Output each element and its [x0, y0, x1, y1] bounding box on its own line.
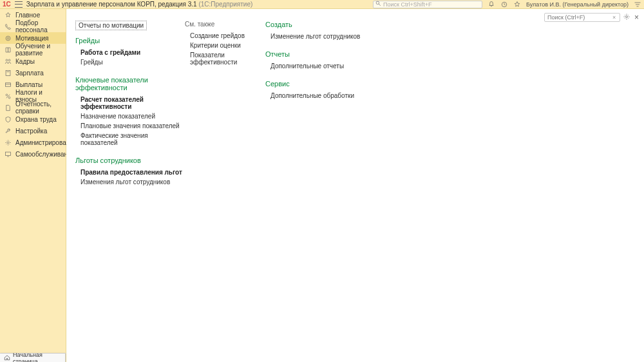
filter-icon[interactable]: [634, 1, 641, 8]
sidebar-item-settings[interactable]: Настройка: [0, 125, 66, 137]
link-create-grades[interactable]: Создание грейдов: [185, 31, 265, 41]
link-kpi-assign[interactable]: Назначение показателей: [75, 111, 185, 121]
section-benefits: Льготы сотрудников: [75, 157, 185, 164]
sidebar-item-label: Мотивация: [15, 35, 48, 42]
sidebar-item-salary[interactable]: Зарплата: [0, 67, 66, 79]
link-work-grades[interactable]: Работа с грейдами: [75, 48, 185, 57]
wrench-icon: [4, 127, 12, 135]
percent-icon: [4, 92, 12, 100]
content-search-input[interactable]: [544, 13, 620, 22]
svg-point-0: [376, 1, 379, 5]
menu-icon[interactable]: [15, 1, 23, 8]
sidebar-item-selfservice[interactable]: Самообслуживание: [0, 148, 66, 160]
content-area: × × Отчеты по мотивации Грейды Работа с …: [66, 9, 644, 353]
history-icon[interactable]: [500, 1, 508, 8]
svg-point-6: [8, 59, 10, 61]
link-benefit-rules[interactable]: Правила предоставления льгот: [75, 167, 185, 177]
app-logo: 1С: [3, 1, 11, 8]
svg-point-4: [7, 37, 9, 39]
sidebar-item-label: Охрана труда: [15, 116, 57, 123]
link-criteria[interactable]: Критерии оценки: [185, 41, 265, 50]
link-kpi-calc[interactable]: Расчет показателей эффективности: [75, 95, 185, 111]
phone-icon: [4, 23, 12, 30]
document-icon: [4, 104, 12, 111]
sidebar-item-label: Отчетность, справки: [15, 100, 62, 115]
link-create-benefit-change[interactable]: Изменение льгот сотрудников: [265, 32, 381, 41]
gear-icon[interactable]: [623, 13, 630, 22]
sidebar-item-hr[interactable]: Кадры: [0, 55, 66, 67]
sidebar-item-label: Обучение и развитие: [15, 43, 62, 57]
shield-icon: [4, 115, 12, 123]
svg-line-1: [379, 4, 381, 6]
section-reports: Отчеты: [265, 50, 381, 58]
svg-rect-9: [5, 82, 10, 86]
sidebar-item-label: Настройка: [15, 128, 47, 135]
titlebar: 1С Зарплата и управление персоналом КОРП…: [0, 0, 644, 9]
target-icon: [4, 34, 12, 42]
section-seealso: См. также: [185, 21, 265, 28]
close-icon[interactable]: ×: [634, 13, 639, 22]
home-tab[interactable]: Начальная страница: [0, 354, 66, 362]
bell-icon[interactable]: [488, 1, 495, 8]
clear-icon[interactable]: ×: [612, 14, 616, 21]
svg-point-11: [6, 94, 8, 96]
footer: Начальная страница: [0, 353, 66, 362]
sidebar: Главное Подбор персонала Мотивация Обуче…: [0, 9, 66, 353]
sidebar-item-label: Главное: [15, 12, 40, 19]
sidebar-item-label: Выплаты: [15, 81, 43, 88]
card-icon: [4, 81, 12, 88]
sidebar-item-label: Подбор персонала: [15, 19, 62, 33]
link-kpi-fact[interactable]: Фактические значения показателей: [75, 131, 185, 148]
sidebar-item-reports[interactable]: Отчетность, справки: [0, 102, 66, 113]
section-service: Сервис: [265, 80, 381, 88]
gear-icon: [4, 138, 12, 146]
home-icon: [4, 354, 10, 362]
search-icon: [375, 1, 381, 8]
svg-point-12: [8, 97, 10, 99]
global-search-input[interactable]: Поиск Ctrl+Shift+F: [373, 1, 482, 8]
sidebar-item-label: Зарплата: [15, 70, 44, 77]
app-title: Зарплата и управление персоналом КОРП, р…: [26, 1, 252, 8]
sidebar-item-training[interactable]: Обучение и развитие: [0, 44, 66, 55]
user-label[interactable]: Булатов И.В. (Генеральный директор): [526, 1, 629, 8]
link-extra-reports[interactable]: Дополнительные отчеты: [265, 61, 381, 71]
section-create: Создать: [265, 21, 381, 28]
star-icon: [4, 11, 12, 19]
link-benefit-changes[interactable]: Изменения льгот сотрудников: [75, 177, 185, 187]
svg-line-13: [6, 94, 10, 98]
svg-rect-7: [6, 70, 10, 75]
svg-point-14: [7, 142, 9, 144]
star-icon[interactable]: [513, 1, 521, 8]
calculator-icon: [4, 69, 12, 77]
svg-rect-15: [5, 152, 10, 156]
section-kpi: Ключевые показатели эффективности: [75, 76, 185, 91]
svg-point-3: [6, 36, 10, 41]
book-icon: [4, 46, 12, 53]
people-icon: [4, 57, 12, 65]
sidebar-item-recruiting[interactable]: Подбор персонала: [0, 21, 66, 32]
svg-point-5: [6, 59, 8, 61]
link-kpi-plan[interactable]: Плановые значения показателей: [75, 121, 185, 131]
monitor-icon: [4, 150, 12, 158]
sidebar-item-admin[interactable]: Администрирование: [0, 137, 66, 148]
sidebar-item-safety[interactable]: Охрана труда: [0, 113, 66, 125]
reports-link-box[interactable]: Отчеты по мотивации: [75, 21, 147, 30]
home-tab-label: Начальная страница: [13, 352, 61, 363]
link-grades[interactable]: Грейды: [75, 57, 185, 67]
sidebar-item-label: Кадры: [15, 58, 35, 65]
section-grades: Грейды: [75, 37, 185, 44]
svg-point-17: [625, 16, 627, 18]
link-kpi-indicators[interactable]: Показатели эффективности: [185, 50, 265, 67]
link-extra-processing[interactable]: Дополнительные обработки: [265, 91, 381, 100]
content-search: × ×: [544, 13, 639, 22]
